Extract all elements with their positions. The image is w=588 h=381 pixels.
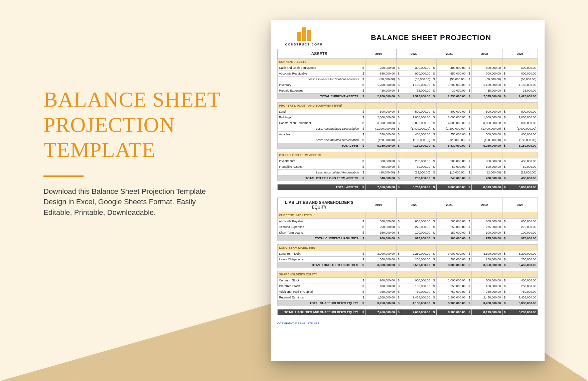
category-label: OTHER LONG TERM ASSETS <box>278 152 361 158</box>
section-header: LIABILITIES AND SHAREHOLDER'S EQUITY <box>278 198 361 212</box>
year-header: 2023 <box>502 49 538 59</box>
category-row: SHAREHOLDER'S EQUITY <box>278 271 538 278</box>
doc-title: BALANCE SHEET PROJECTION <box>337 27 538 42</box>
promo-blurb: Download this Balance Sheet Projection T… <box>43 186 224 218</box>
row-label: Inventory <box>278 82 361 88</box>
row-label: Less: Allowance for Doubtful Accounts <box>278 77 361 82</box>
table-row: Investments$300,000.00$250,000.00$200,00… <box>278 158 538 164</box>
total-row: TOTAL CURRENT LIABILITIES$900,000.00$975… <box>278 236 538 241</box>
total-row: TOTAL SHAREHOLDER'S EQUITY$3,250,000.00$… <box>278 300 538 306</box>
table-row: Long-Term Debt$3,000,000.00$2,250,000.00… <box>278 251 538 257</box>
row-label: Short-Term Loans <box>278 230 361 236</box>
row-label: Accrued Expenses <box>278 224 361 230</box>
table-row: Accounts Payable$500,000.00$600,000.00$5… <box>278 219 538 224</box>
row-label: Preferred Stock <box>278 283 361 289</box>
year-header: 2019 <box>361 49 397 59</box>
row-label: Long-Term Debt <box>278 251 361 257</box>
promo-divider <box>43 175 84 177</box>
year-header: 2023 <box>502 198 538 212</box>
row-label: Prepaid Expenses <box>278 88 361 94</box>
category-row: CURRENT LIABILITIES <box>278 212 538 219</box>
row-label: Less: Accumulated Amortization <box>278 170 361 175</box>
category-label: CURRENT LIABILITIES <box>278 212 361 219</box>
row-label: Vehicles <box>278 132 361 137</box>
table-row: Less: Accumulated Amortization$(10,000.0… <box>278 170 538 175</box>
grand-total-label: TOTAL LIABILITIES AND SHAREHOLDER'S EQUI… <box>278 309 361 315</box>
table-row: Construction Equipment$3,500,000.00$3,80… <box>278 120 538 126</box>
promo-title-line-1: BALANCE SHEET <box>43 88 220 111</box>
category-label: SHAREHOLDER'S EQUITY <box>278 271 361 278</box>
category-row: OTHER LONG TERM ASSETS <box>278 152 538 158</box>
year-header: 2022 <box>467 49 502 59</box>
table-row: Cash and Cash Equivalents$250,000.00$300… <box>278 65 538 71</box>
total-label: TOTAL PPE <box>278 143 361 149</box>
table-row: Prepaid Expenses$30,000.00$35,000.00$30,… <box>278 88 538 94</box>
row-label: Lease Obligations <box>278 257 361 262</box>
table-row: Lease Obligations$300,000.00$250,000.00$… <box>278 257 538 262</box>
total-label: TOTAL OTHER LONG TERM ASSETS <box>278 175 361 181</box>
year-header: 2019 <box>361 198 397 212</box>
table-row: Common Stock$900,000.00$900,000.00$1,000… <box>278 278 538 283</box>
row-label: Investments <box>278 158 361 164</box>
row-label: Less: Accumulated Depreciation <box>278 126 361 132</box>
table-row: Less: Allowance for Doubtful Accounts$(5… <box>278 77 538 82</box>
category-label: CURRENT ASSETS <box>278 59 361 65</box>
category-row: CURRENT ASSETS <box>278 59 538 65</box>
category-label: LONG-TERM LIABILITIES <box>278 245 361 251</box>
table-row: Buildings$2,000,000.00$1,000,000.00$2,00… <box>278 115 538 120</box>
promo-title-line-3: TEMPLATE <box>43 138 155 162</box>
row-label: Less: Accumulated Depreciation <box>278 137 361 143</box>
grand-total-row: TOTAL LIABILITIES AND SHAREHOLDER'S EQUI… <box>278 309 538 315</box>
section-header-row: LIABILITIES AND SHAREHOLDER'S EQUITY2019… <box>278 198 538 212</box>
year-header: 2020 <box>396 49 432 59</box>
total-label: TOTAL CURRENT LIABILITIES <box>278 236 361 241</box>
table-row: Intangible Assets$50,000.00$50,000.00$50… <box>278 164 538 170</box>
table-row: Less: Accumulated Depreciation$(120,000.… <box>278 137 538 143</box>
row-label: Retained Earnings <box>278 295 361 300</box>
table-row: Vehicles$350,000.00$400,000.00$350,000.0… <box>278 132 538 137</box>
row-label: Accounts Receivable <box>278 71 361 77</box>
row-label: Land <box>278 109 361 115</box>
table-row: Accounts Receivable$850,000.00$900,000.0… <box>278 71 538 77</box>
total-label: TOTAL CURRENT ASSETS <box>278 94 361 99</box>
buildings-icon <box>277 27 331 41</box>
company-name: CONSTRUCT CORP <box>277 43 331 46</box>
copyright-text: COPYRIGHT © TEMPLATE.NET <box>277 322 538 325</box>
table-row: Less: Accumulated Depreciation$(1,200,00… <box>278 126 538 132</box>
table-row: Preferred Stock$100,000.00$100,000.00$25… <box>278 283 538 289</box>
row-label: Construction Equipment <box>278 120 361 126</box>
year-header: 2021 <box>432 49 467 59</box>
total-row: TOTAL LONG-TERM LIABILITIES$3,300,000.00… <box>278 262 538 268</box>
financial-tables: ASSETS20192020202120222023CURRENT ASSETS… <box>277 49 538 320</box>
total-row: TOTAL OTHER LONG TERM ASSETS$340,000.00$… <box>278 175 538 181</box>
section-table: ASSETS20192020202120222023CURRENT ASSETS… <box>277 49 538 190</box>
row-label: Additional Paid-In Capital <box>278 289 361 295</box>
year-header: 2020 <box>396 198 432 212</box>
section-table: LIABILITIES AND SHAREHOLDER'S EQUITY2019… <box>277 198 538 315</box>
doc-header: CONSTRUCT CORP BALANCE SHEET PROJECTION <box>277 27 538 46</box>
table-row: Land$500,000.00$500,000.00$500,000.00$50… <box>278 109 538 115</box>
table-row: Short-Term Loans$150,000.00$100,000.00$1… <box>278 230 538 236</box>
page-stage: BALANCE SHEET PROJECTION TEMPLATE Downlo… <box>0 0 588 381</box>
year-header: 2022 <box>467 198 502 212</box>
row-label: Buildings <box>278 115 361 120</box>
table-row: Additional Paid-In Capital$750,000.00$75… <box>278 289 538 295</box>
grand-total-label: TOTAL ASSETS <box>278 184 361 190</box>
total-label: TOTAL LONG-TERM LIABILITIES <box>278 262 361 268</box>
category-row: PROPERTY, PLANT, AND EQUIPMENT (PPE) <box>278 103 538 109</box>
category-row: LONG-TERM LIABILITIES <box>278 245 538 251</box>
category-label: PROPERTY, PLANT, AND EQUIPMENT (PPE) <box>278 103 361 109</box>
promo-title-line-2: PROJECTION <box>43 113 175 137</box>
row-label: Cash and Cash Equivalents <box>278 65 361 71</box>
table-row: Retained Earnings$1,500,000.00$2,438,000… <box>278 295 538 300</box>
table-row: Accrued Expenses$250,000.00$275,000.00$2… <box>278 224 538 230</box>
document-preview: CONSTRUCT CORP BALANCE SHEET PROJECTION … <box>271 20 545 361</box>
row-label: Common Stock <box>278 278 361 283</box>
table-row: Inventory$1,200,000.00$1,150,000.00$1,20… <box>278 82 538 88</box>
year-header: 2021 <box>432 198 467 212</box>
company-logo: CONSTRUCT CORP <box>277 27 331 46</box>
total-row: TOTAL PPE$5,030,000.00$4,150,000.00$5,53… <box>278 143 538 149</box>
grand-total-row: TOTAL ASSETS$7,650,000.00$6,763,000.00$8… <box>278 184 538 190</box>
row-label: Accounts Payable <box>278 219 361 224</box>
total-label: TOTAL SHAREHOLDER'S EQUITY <box>278 300 361 306</box>
